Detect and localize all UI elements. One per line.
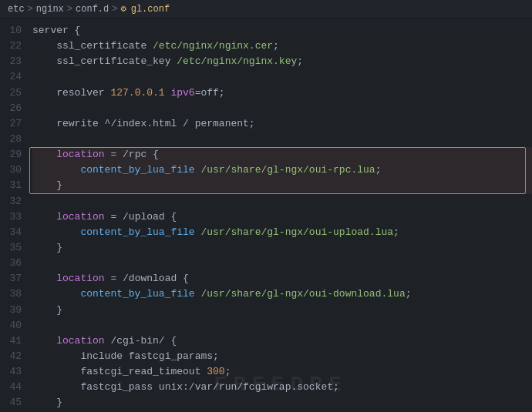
code-line-26 <box>32 101 532 116</box>
line-number-31: 31 <box>0 178 22 193</box>
line-number-10: 10 <box>0 23 22 39</box>
code-line-44: fastcgi_pass unix:/var/run/fcgiwrap.sock… <box>32 380 532 395</box>
sep1: > <box>28 4 33 15</box>
code-line-22: ssl_certificate /etc/nginx/nginx.cer; <box>32 39 532 54</box>
line-number-38: 38 <box>0 286 22 302</box>
code-line-24 <box>32 69 532 85</box>
code-line-31: } <box>32 178 532 193</box>
code-content[interactable]: server { ssl_certificate /etc/nginx/ngin… <box>29 18 532 410</box>
line-number-28: 28 <box>0 132 22 147</box>
code-line-37: location = /download { <box>32 271 532 286</box>
code-line-45: } <box>32 395 532 410</box>
gear-icon: ⚙ <box>120 3 126 15</box>
breadcrumb-nginx: nginx <box>36 4 64 15</box>
line-number-30: 30 <box>0 162 22 178</box>
line-number-43: 43 <box>0 364 22 380</box>
code-line-41: location /cgi-bin/ { <box>32 333 532 349</box>
line-number-32: 32 <box>0 194 22 209</box>
code-line-30: content_by_lua_file /usr/share/gl-ngx/ou… <box>32 162 532 178</box>
code-line-35: } <box>32 240 532 256</box>
code-line-23: ssl_certificate_key /etc/nginx/nginx.key… <box>32 54 532 69</box>
line-number-42: 42 <box>0 349 22 364</box>
breadcrumb-bar: etc > nginx > conf.d > ⚙ gl.conf <box>0 0 532 18</box>
line-number-23: 23 <box>0 54 22 69</box>
line-number-35: 35 <box>0 240 22 256</box>
line-number-34: 34 <box>0 225 22 240</box>
code-line-39: } <box>32 303 532 318</box>
code-line-34: content_by_lua_file /usr/share/gl-ngx/ou… <box>32 225 532 240</box>
editor-area: 1022232425262728293031323334353637383940… <box>0 18 532 410</box>
line-number-44: 44 <box>0 380 22 395</box>
sep3: > <box>112 4 117 15</box>
code-line-28 <box>32 132 532 147</box>
line-number-41: 41 <box>0 333 22 349</box>
line-number-25: 25 <box>0 85 22 101</box>
code-line-33: location = /upload { <box>32 209 532 225</box>
code-line-42: include fastcgi_params; <box>32 349 532 364</box>
line-number-40: 40 <box>0 318 22 333</box>
code-line-43: fastcgi_read_timeout 300; <box>32 364 532 380</box>
code-line-25: resolver 127.0.0.1 ipv6=off; <box>32 85 532 101</box>
line-number-29: 29 <box>0 147 22 162</box>
code-line-36 <box>32 256 532 271</box>
line-number-33: 33 <box>0 209 22 225</box>
code-line-27: rewrite ^/index.html / permanent; <box>32 116 532 132</box>
line-number-39: 39 <box>0 303 22 318</box>
code-line-40 <box>32 318 532 333</box>
breadcrumb-filename: gl.conf <box>131 4 170 15</box>
line-number-36: 36 <box>0 256 22 271</box>
line-number-37: 37 <box>0 271 22 286</box>
sep2: > <box>67 4 72 15</box>
line-number-22: 22 <box>0 39 22 54</box>
code-line-32 <box>32 194 532 209</box>
line-number-26: 26 <box>0 101 22 116</box>
line-number-24: 24 <box>0 69 22 85</box>
code-line-10: server { <box>32 23 532 39</box>
breadcrumb-etc: etc <box>8 4 25 15</box>
code-line-38: content_by_lua_file /usr/share/gl-ngx/ou… <box>32 286 532 302</box>
breadcrumb-confd: conf.d <box>76 4 109 15</box>
code-line-29: location = /rpc { <box>32 147 532 162</box>
line-number-27: 27 <box>0 116 22 132</box>
line-number-45: 45 <box>0 395 22 410</box>
line-numbers: 1022232425262728293031323334353637383940… <box>0 18 29 410</box>
